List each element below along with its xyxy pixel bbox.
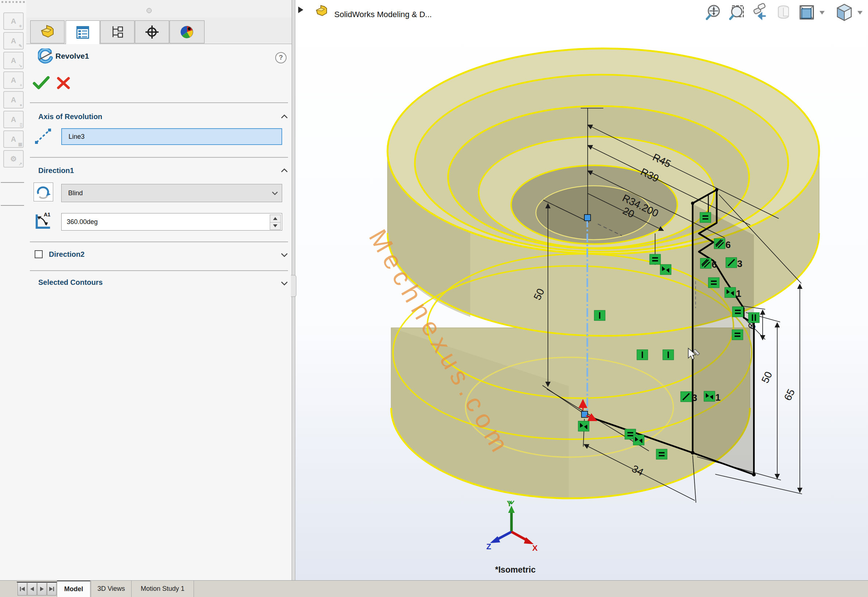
relation-parallel-icon[interactable]: 3	[726, 257, 742, 269]
spinner-up-icon[interactable]	[270, 215, 280, 223]
panel-tab-bar	[26, 18, 292, 44]
relation-count: 6	[725, 239, 731, 250]
go-to-start-button[interactable]	[18, 582, 27, 596]
graphics-area[interactable]: Mechnexus.com R45 R39 R34.200 20 50 6 50	[295, 0, 868, 580]
cancel-button[interactable]	[57, 77, 70, 89]
direction2-checkbox[interactable]	[35, 250, 43, 258]
spinner-down-icon[interactable]	[270, 223, 280, 230]
angle-icon: A1	[34, 212, 52, 230]
reverse-direction-button[interactable]	[34, 183, 53, 201]
annotation-icon-5[interactable]: A●	[3, 91, 24, 108]
relation-equal-icon[interactable]	[656, 449, 667, 459]
direction1-section-header[interactable]: Direction1	[38, 166, 74, 175]
triad-y-label: Y	[507, 499, 512, 508]
dimxpert-tab[interactable]	[135, 21, 169, 43]
end-condition-value: Blind	[68, 189, 83, 197]
relation-vertical-icon[interactable]	[663, 350, 674, 360]
relation-equal-icon[interactable]	[700, 212, 711, 223]
relation-parallel-bars-icon[interactable]	[749, 312, 759, 323]
appearances-icon	[179, 25, 195, 39]
annotation-icon-3[interactable]: A↘	[3, 52, 24, 69]
reverse-direction-icon	[34, 183, 52, 200]
separator	[30, 270, 288, 271]
property-manager-tab[interactable]	[66, 21, 100, 44]
property-manager-icon	[75, 25, 91, 40]
relation-equal-icon[interactable]	[708, 278, 719, 288]
tree-root-label[interactable]: SolidWorks Modeling & D...	[334, 10, 432, 19]
relation-equal-icon[interactable]	[650, 254, 661, 264]
annotation-icon-2[interactable]: A✎	[3, 32, 24, 49]
relation-equal-icon[interactable]	[733, 307, 743, 317]
axis-line-icon	[34, 127, 52, 146]
separator	[30, 102, 288, 103]
relation-coincident-icon[interactable]: 1	[725, 287, 741, 299]
panel-collapse-handle[interactable]	[291, 275, 296, 297]
annotation-icon-7[interactable]: A▦	[3, 131, 24, 148]
annotation-icon-6[interactable]: A▯	[3, 111, 24, 128]
angle-icon-label: A1	[44, 212, 50, 217]
angle-spinner[interactable]	[270, 215, 281, 230]
relation-tangent-icon[interactable]: 6	[714, 239, 731, 250]
direction2-expand-chevron[interactable]	[281, 252, 288, 257]
appearances-tab[interactable]	[170, 21, 204, 43]
help-button[interactable]: ?	[275, 52, 287, 63]
relation-equal-icon[interactable]	[732, 330, 743, 340]
relation-vertical-icon[interactable]	[594, 310, 605, 321]
annotation-icon-1[interactable]: A✶	[3, 12, 24, 30]
feature-title: Revolve1	[55, 52, 89, 61]
dropdown-arrow-icon	[272, 191, 278, 195]
axis-selection-value: Line3	[68, 133, 85, 141]
step-back-button[interactable]	[27, 582, 37, 596]
property-manager-panel: Revolve1 ? Axis of Revolution Line3 Dire…	[26, 0, 292, 580]
display-style-icon[interactable]	[837, 4, 851, 21]
contours-expand-chevron[interactable]	[281, 281, 288, 286]
toolbar-divider-2	[1, 205, 24, 206]
triad-z-label: Z	[486, 542, 491, 551]
relation-count: 3	[737, 258, 742, 269]
relation-coincident-icon[interactable]	[660, 264, 671, 275]
relation-count: 3	[692, 392, 697, 403]
relation-coincident-icon[interactable]: 1	[704, 391, 721, 403]
relation-coincident-icon[interactable]	[578, 421, 589, 431]
axis-selection-input[interactable]: Line3	[61, 128, 282, 145]
triad-x-label: X	[532, 544, 538, 552]
model-viewport: Mechnexus.com R45 R39 R34.200 20 50 6 50	[295, 0, 868, 580]
axis-collapse-chevron[interactable]	[281, 114, 288, 119]
motion-study-tab[interactable]: Motion Study 1	[131, 581, 194, 597]
relation-vertical-icon[interactable]	[637, 350, 648, 360]
angle-value: 360.00deg	[67, 218, 98, 226]
view-orientation-label: *Isometric	[495, 565, 536, 575]
ok-button[interactable]	[32, 76, 50, 90]
contours-section-header[interactable]: Selected Contours	[38, 278, 103, 287]
section-view-icon[interactable]	[778, 6, 789, 18]
3d-views-tab[interactable]: 3D Views	[91, 581, 132, 597]
direction2-label[interactable]: Direction2	[49, 250, 85, 258]
axis-section-header[interactable]: Axis of Revolution	[38, 113, 103, 121]
relation-coincident-icon[interactable]	[633, 435, 644, 445]
sketch-point-top[interactable]	[584, 215, 591, 221]
end-condition-dropdown[interactable]: Blind	[61, 184, 282, 202]
panel-resize-dot[interactable]	[147, 8, 152, 13]
separator	[30, 242, 288, 242]
separator	[30, 157, 288, 158]
part-icon	[39, 25, 55, 39]
property-manager-content: Revolve1 ? Axis of Revolution Line3 Dire…	[26, 44, 292, 580]
model-tab[interactable]: Model	[57, 581, 91, 597]
relation-count: 6	[712, 259, 717, 270]
relation-parallel-icon[interactable]: 3	[680, 392, 697, 403]
relation-tangent-icon[interactable]: 6	[700, 258, 717, 270]
revolve-feature-icon	[38, 49, 53, 64]
annotation-icon-4[interactable]: A+	[3, 71, 24, 89]
bottom-tab-bar: Model 3D Views Motion Study 1	[0, 580, 868, 597]
configuration-manager-tab[interactable]	[100, 21, 134, 43]
direction1-collapse-chevron[interactable]	[281, 168, 288, 173]
go-to-end-button[interactable]	[47, 582, 57, 596]
part-features-tab[interactable]	[30, 21, 64, 43]
annotation-icon-8[interactable]: ⚙↗	[3, 150, 24, 168]
relation-count: 1	[736, 288, 741, 299]
step-forward-button[interactable]	[37, 582, 47, 596]
toolbar-drag-handle[interactable]	[1, 1, 25, 3]
angle-input[interactable]: 360.00deg	[61, 213, 282, 230]
panel-top-strip	[26, 0, 292, 18]
toolbar-divider	[1, 182, 24, 183]
